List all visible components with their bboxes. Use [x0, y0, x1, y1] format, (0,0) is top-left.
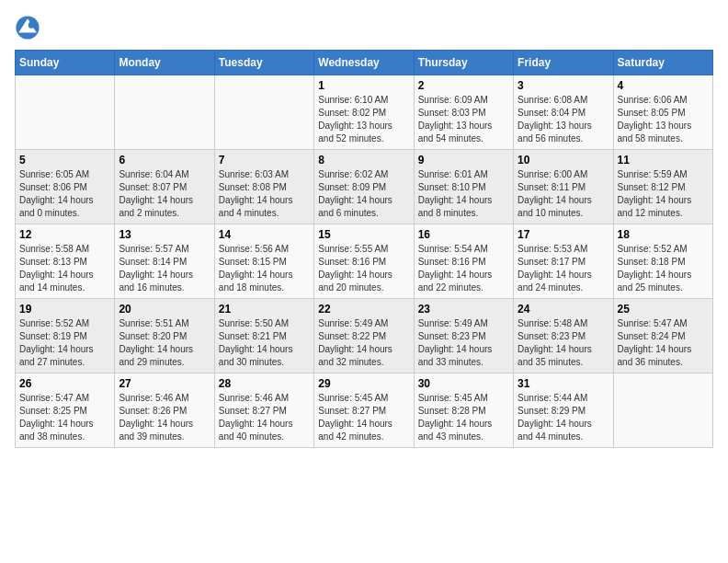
- week-row-4: 26Sunrise: 5:47 AM Sunset: 8:25 PM Dayli…: [16, 373, 713, 448]
- calendar-cell: 20Sunrise: 5:51 AM Sunset: 8:20 PM Dayli…: [115, 299, 214, 373]
- calendar-cell: 16Sunrise: 5:54 AM Sunset: 8:16 PM Dayli…: [414, 224, 513, 299]
- calendar-cell: 22Sunrise: 5:49 AM Sunset: 8:22 PM Dayli…: [314, 299, 414, 373]
- calendar-cell: 2Sunrise: 6:09 AM Sunset: 8:03 PM Daylig…: [414, 75, 513, 150]
- day-number: 20: [119, 303, 210, 316]
- day-info: Sunrise: 6:00 AM Sunset: 8:11 PM Dayligh…: [518, 168, 609, 220]
- calendar-cell: 28Sunrise: 5:46 AM Sunset: 8:27 PM Dayli…: [214, 373, 313, 448]
- day-info: Sunrise: 6:05 AM Sunset: 8:06 PM Dayligh…: [19, 168, 110, 220]
- day-number: 11: [618, 154, 709, 167]
- day-info: Sunrise: 6:08 AM Sunset: 8:04 PM Dayligh…: [518, 94, 609, 145]
- calendar-cell: 4Sunrise: 6:06 AM Sunset: 8:05 PM Daylig…: [613, 75, 712, 150]
- calendar-cell: [214, 75, 313, 150]
- calendar-cell: 5Sunrise: 6:05 AM Sunset: 8:06 PM Daylig…: [16, 150, 115, 224]
- day-number: 12: [19, 228, 110, 241]
- day-number: 3: [518, 79, 609, 92]
- day-number: 14: [219, 228, 310, 241]
- day-info: Sunrise: 5:46 AM Sunset: 8:27 PM Dayligh…: [219, 392, 310, 443]
- day-info: Sunrise: 5:44 AM Sunset: 8:29 PM Dayligh…: [518, 392, 609, 443]
- day-header-saturday: Saturday: [613, 51, 712, 75]
- day-number: 23: [418, 303, 509, 316]
- day-number: 16: [418, 228, 509, 241]
- day-number: 29: [318, 377, 409, 390]
- calendar-cell: [16, 75, 115, 150]
- day-number: 10: [518, 154, 609, 167]
- calendar-cell: 14Sunrise: 5:56 AM Sunset: 8:15 PM Dayli…: [214, 224, 313, 299]
- calendar-cell: 11Sunrise: 5:59 AM Sunset: 8:12 PM Dayli…: [613, 150, 712, 224]
- week-row-3: 19Sunrise: 5:52 AM Sunset: 8:19 PM Dayli…: [16, 299, 713, 373]
- day-header-thursday: Thursday: [414, 51, 513, 75]
- day-number: 13: [119, 228, 210, 241]
- logo-icon: [15, 15, 40, 40]
- day-number: 22: [318, 303, 409, 316]
- day-header-sunday: Sunday: [16, 51, 115, 75]
- calendar-table: SundayMondayTuesdayWednesdayThursdayFrid…: [15, 50, 713, 448]
- calendar-header: SundayMondayTuesdayWednesdayThursdayFrid…: [16, 51, 713, 75]
- day-header-tuesday: Tuesday: [214, 51, 313, 75]
- day-info: Sunrise: 5:45 AM Sunset: 8:27 PM Dayligh…: [318, 392, 409, 443]
- day-info: Sunrise: 6:04 AM Sunset: 8:07 PM Dayligh…: [119, 168, 210, 220]
- day-info: Sunrise: 5:51 AM Sunset: 8:20 PM Dayligh…: [119, 317, 210, 369]
- page-header: [15, 15, 713, 40]
- calendar-cell: 9Sunrise: 6:01 AM Sunset: 8:10 PM Daylig…: [414, 150, 513, 224]
- day-number: 18: [618, 228, 709, 241]
- day-number: 2: [418, 79, 509, 92]
- day-number: 26: [19, 377, 110, 390]
- calendar-cell: 21Sunrise: 5:50 AM Sunset: 8:21 PM Dayli…: [214, 299, 313, 373]
- day-number: 31: [518, 377, 609, 390]
- day-number: 1: [318, 79, 409, 92]
- calendar-cell: 18Sunrise: 5:52 AM Sunset: 8:18 PM Dayli…: [613, 224, 712, 299]
- logo: [15, 15, 44, 40]
- calendar-cell: 24Sunrise: 5:48 AM Sunset: 8:23 PM Dayli…: [514, 299, 613, 373]
- day-info: Sunrise: 5:49 AM Sunset: 8:23 PM Dayligh…: [418, 317, 509, 369]
- calendar-cell: 12Sunrise: 5:58 AM Sunset: 8:13 PM Dayli…: [16, 224, 115, 299]
- day-info: Sunrise: 5:53 AM Sunset: 8:17 PM Dayligh…: [518, 243, 609, 294]
- calendar-cell: 1Sunrise: 6:10 AM Sunset: 8:02 PM Daylig…: [314, 75, 414, 150]
- day-info: Sunrise: 5:45 AM Sunset: 8:28 PM Dayligh…: [418, 392, 509, 443]
- calendar-cell: 17Sunrise: 5:53 AM Sunset: 8:17 PM Dayli…: [514, 224, 613, 299]
- day-info: Sunrise: 6:01 AM Sunset: 8:10 PM Dayligh…: [418, 168, 509, 220]
- week-row-0: 1Sunrise: 6:10 AM Sunset: 8:02 PM Daylig…: [16, 75, 713, 150]
- day-info: Sunrise: 5:50 AM Sunset: 8:21 PM Dayligh…: [219, 317, 310, 369]
- calendar-cell: 3Sunrise: 6:08 AM Sunset: 8:04 PM Daylig…: [514, 75, 613, 150]
- day-number: 9: [418, 154, 509, 167]
- day-info: Sunrise: 5:57 AM Sunset: 8:14 PM Dayligh…: [119, 243, 210, 294]
- day-info: Sunrise: 5:54 AM Sunset: 8:16 PM Dayligh…: [418, 243, 509, 294]
- day-info: Sunrise: 5:47 AM Sunset: 8:25 PM Dayligh…: [19, 392, 110, 443]
- day-info: Sunrise: 5:55 AM Sunset: 8:16 PM Dayligh…: [318, 243, 409, 294]
- calendar-cell: 8Sunrise: 6:02 AM Sunset: 8:09 PM Daylig…: [314, 150, 414, 224]
- calendar-cell: 10Sunrise: 6:00 AM Sunset: 8:11 PM Dayli…: [514, 150, 613, 224]
- day-number: 28: [219, 377, 310, 390]
- calendar-cell: 7Sunrise: 6:03 AM Sunset: 8:08 PM Daylig…: [214, 150, 313, 224]
- day-info: Sunrise: 6:10 AM Sunset: 8:02 PM Dayligh…: [318, 94, 409, 145]
- day-number: 17: [518, 228, 609, 241]
- day-info: Sunrise: 5:49 AM Sunset: 8:22 PM Dayligh…: [318, 317, 409, 369]
- calendar-cell: 31Sunrise: 5:44 AM Sunset: 8:29 PM Dayli…: [514, 373, 613, 448]
- svg-point-2: [28, 22, 35, 29]
- day-info: Sunrise: 6:09 AM Sunset: 8:03 PM Dayligh…: [418, 94, 509, 145]
- day-info: Sunrise: 6:03 AM Sunset: 8:08 PM Dayligh…: [219, 168, 310, 220]
- day-info: Sunrise: 5:46 AM Sunset: 8:26 PM Dayligh…: [119, 392, 210, 443]
- calendar-cell: 26Sunrise: 5:47 AM Sunset: 8:25 PM Dayli…: [16, 373, 115, 448]
- calendar-cell: [115, 75, 214, 150]
- day-info: Sunrise: 6:06 AM Sunset: 8:05 PM Dayligh…: [618, 94, 709, 145]
- day-number: 27: [119, 377, 210, 390]
- day-info: Sunrise: 5:52 AM Sunset: 8:19 PM Dayligh…: [19, 317, 110, 369]
- day-info: Sunrise: 5:59 AM Sunset: 8:12 PM Dayligh…: [618, 168, 709, 220]
- day-info: Sunrise: 5:58 AM Sunset: 8:13 PM Dayligh…: [19, 243, 110, 294]
- day-info: Sunrise: 5:52 AM Sunset: 8:18 PM Dayligh…: [618, 243, 709, 294]
- calendar-cell: [613, 373, 712, 448]
- day-number: 30: [418, 377, 509, 390]
- day-header-friday: Friday: [514, 51, 613, 75]
- calendar-cell: 25Sunrise: 5:47 AM Sunset: 8:24 PM Dayli…: [613, 299, 712, 373]
- day-info: Sunrise: 5:48 AM Sunset: 8:23 PM Dayligh…: [518, 317, 609, 369]
- day-info: Sunrise: 5:56 AM Sunset: 8:15 PM Dayligh…: [219, 243, 310, 294]
- day-info: Sunrise: 5:47 AM Sunset: 8:24 PM Dayligh…: [618, 317, 709, 369]
- day-header-wednesday: Wednesday: [314, 51, 414, 75]
- day-number: 5: [19, 154, 110, 167]
- day-number: 7: [219, 154, 310, 167]
- day-number: 21: [219, 303, 310, 316]
- calendar-cell: 15Sunrise: 5:55 AM Sunset: 8:16 PM Dayli…: [314, 224, 414, 299]
- calendar-cell: 30Sunrise: 5:45 AM Sunset: 8:28 PM Dayli…: [414, 373, 513, 448]
- week-row-1: 5Sunrise: 6:05 AM Sunset: 8:06 PM Daylig…: [16, 150, 713, 224]
- week-row-2: 12Sunrise: 5:58 AM Sunset: 8:13 PM Dayli…: [16, 224, 713, 299]
